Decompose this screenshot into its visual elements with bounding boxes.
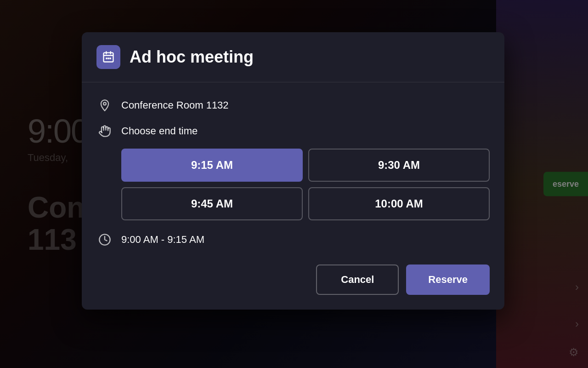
clock-icon [96, 231, 113, 248]
svg-rect-6 [109, 58, 111, 59]
touch-icon [96, 123, 113, 139]
svg-point-7 [103, 103, 106, 105]
adhoc-meeting-modal: Ad hoc meeting Conference Room 1132 [82, 32, 504, 310]
location-text: Conference Room 1132 [121, 99, 229, 111]
reserve-button[interactable]: Reserve [406, 264, 490, 295]
time-slot-1000[interactable]: 10:00 AM [308, 187, 490, 220]
time-slot-930[interactable]: 9:30 AM [308, 149, 490, 182]
time-range-text: 9:00 AM - 9:15 AM [121, 234, 204, 246]
calendar-icon [102, 51, 115, 63]
modal-actions: Cancel Reserve [96, 264, 490, 297]
location-pin-icon [96, 97, 113, 114]
calendar-icon-box [96, 45, 120, 69]
location-row: Conference Room 1132 [96, 97, 490, 114]
time-slot-915[interactable]: 9:15 AM [121, 149, 303, 182]
cancel-button[interactable]: Cancel [316, 264, 399, 295]
time-range-row: 9:00 AM - 9:15 AM [96, 231, 490, 248]
choose-end-time-row: Choose end time [96, 123, 490, 139]
svg-rect-4 [106, 58, 107, 59]
time-slot-945[interactable]: 9:45 AM [121, 187, 303, 220]
choose-end-time-label: Choose end time [121, 125, 198, 137]
modal-header: Ad hoc meeting [82, 32, 504, 82]
modal-body: Conference Room 1132 Choose end time 9:1… [82, 82, 504, 310]
svg-rect-0 [104, 53, 113, 62]
svg-rect-5 [107, 58, 109, 59]
time-slots-grid: 9:15 AM 9:30 AM 9:45 AM 10:00 AM [121, 149, 490, 220]
modal-title: Ad hoc meeting [130, 47, 254, 67]
